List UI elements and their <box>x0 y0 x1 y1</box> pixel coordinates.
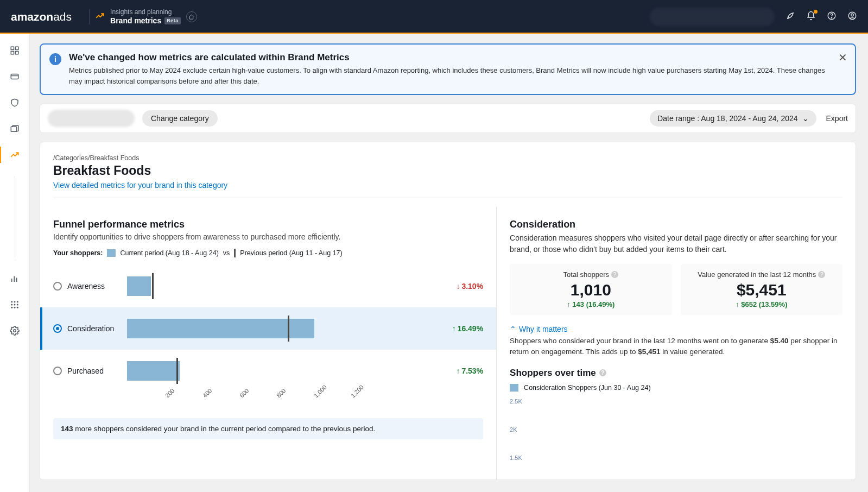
delta-consideration: ↑ 16.49% <box>452 324 483 333</box>
sot-legend: Consideration Shoppers (Jun 30 - Aug 24) <box>510 384 842 392</box>
trend-up-icon <box>95 11 105 23</box>
help-icon[interactable]: ? <box>611 271 618 278</box>
funnel-legend: Your shoppers: Current period (Aug 18 - … <box>53 249 483 257</box>
svg-point-18 <box>14 304 16 306</box>
svg-rect-8 <box>11 74 18 79</box>
date-range-button[interactable]: Date range : Aug 18, 2024 - Aug 24, 2024… <box>650 110 816 127</box>
bars-icon[interactable] <box>9 273 21 285</box>
gear-icon[interactable] <box>9 325 21 337</box>
consideration-panel: Consideration Consideration measures sho… <box>497 207 856 480</box>
toolbar: Change category Date range : Aug 18, 202… <box>40 104 856 133</box>
page-title: Breakfast Foods <box>53 163 842 178</box>
topbar: amazonads Insights and planning Brand me… <box>0 0 868 34</box>
search-input[interactable] <box>650 8 775 26</box>
svg-rect-6 <box>11 52 14 54</box>
export-link[interactable]: Export <box>826 114 848 123</box>
legend-label: Your shoppers: <box>53 249 103 257</box>
rocket-icon[interactable] <box>785 11 795 23</box>
arrow-up-icon: ↑ <box>736 300 741 308</box>
shoppers-over-time-chart: 2.5K 2K 1.5K <box>510 397 842 468</box>
legend-current: Current period (Aug 18 - Aug 24) <box>120 249 218 257</box>
svg-rect-10 <box>11 127 17 131</box>
change-category-button[interactable]: Change category <box>142 110 218 127</box>
home-icon[interactable] <box>186 11 197 22</box>
why-label: Why it matters <box>519 325 567 333</box>
bar-current <box>127 361 180 381</box>
card-icon[interactable] <box>9 71 21 83</box>
svg-point-15 <box>14 301 16 302</box>
delta-purchased: ↑ 7.53% <box>456 367 483 375</box>
kpi2-delta: ↑ $652 (13.59%) <box>686 300 837 308</box>
beta-badge: Beta <box>164 17 181 24</box>
layers-icon[interactable] <box>9 123 21 135</box>
ytick: 1.5K <box>510 455 522 461</box>
consideration-desc: Consideration measures shoppers who visi… <box>510 232 842 255</box>
radio-consideration[interactable] <box>53 324 62 333</box>
label-awareness: Awareness <box>67 282 127 291</box>
svg-point-22 <box>17 307 18 308</box>
kpi-row: Total shoppers? 1,010 ↑ 143 (16.49%) Val… <box>510 264 842 315</box>
apps-icon[interactable] <box>9 299 21 311</box>
kpi1-label: Total shoppers <box>563 270 610 279</box>
close-icon[interactable]: ✕ <box>838 51 847 64</box>
consideration-title: Consideration <box>510 219 842 230</box>
main: i ✕ We've changed how metrics are calcul… <box>30 34 868 492</box>
info-banner: i ✕ We've changed how metrics are calcul… <box>40 43 856 95</box>
shield-icon[interactable] <box>9 97 21 109</box>
radio-purchased[interactable] <box>53 367 62 375</box>
svg-point-17 <box>11 304 12 306</box>
bar-current <box>127 319 314 338</box>
funnel-row-awareness[interactable]: Awareness ↓ 3.10% <box>53 265 483 307</box>
summary-text: more shoppers considered your brand in t… <box>73 425 376 433</box>
banner-title: We've changed how metrics are calculated… <box>69 52 830 63</box>
arrow-up-icon: ↑ <box>456 367 460 375</box>
svg-rect-4 <box>11 47 14 49</box>
svg-point-21 <box>14 307 16 308</box>
why-text: Shoppers who considered your brand in th… <box>510 336 842 358</box>
funnel-summary: 143 more shoppers considered your brand … <box>53 418 483 439</box>
breadcrumb: Insights and planning Brand metrics Beta <box>110 8 181 25</box>
swatch-current <box>107 249 116 257</box>
brand-selector[interactable] <box>48 110 135 127</box>
svg-point-3 <box>851 14 854 16</box>
why-it-matters-toggle[interactable]: ⌃ Why it matters <box>510 325 842 333</box>
svg-rect-5 <box>16 47 18 49</box>
sidebar-rule <box>15 176 15 257</box>
profile-icon[interactable] <box>847 11 857 23</box>
logo-suffix: ads <box>53 10 72 23</box>
funnel-row-purchased[interactable]: Purchased ↑ 7.53% <box>53 350 483 392</box>
logo[interactable]: amazonads <box>11 10 72 23</box>
radio-awareness[interactable] <box>53 282 62 291</box>
funnel-subtitle: Identify opportunities to drive shoppers… <box>53 232 483 241</box>
logo-main: amazon <box>11 10 53 23</box>
help-icon[interactable] <box>827 11 837 23</box>
legend-previous: Previous period (Aug 11 - Aug 17) <box>240 249 342 257</box>
view-detailed-link[interactable]: View detailed metrics for your brand in … <box>53 181 227 190</box>
bell-icon[interactable] <box>806 11 816 23</box>
summary-number: 143 <box>61 425 73 433</box>
svg-point-20 <box>11 307 12 308</box>
kpi-total-shoppers: Total shoppers? 1,010 ↑ 143 (16.49%) <box>510 264 671 315</box>
svg-point-16 <box>17 301 18 302</box>
chevron-down-icon: ⌄ <box>802 114 809 123</box>
dashboard-icon[interactable] <box>9 45 21 56</box>
breadcrumb-top: Insights and planning <box>110 8 181 16</box>
ytick: 2K <box>510 426 517 433</box>
notification-dot <box>814 10 818 14</box>
label-purchased: Purchased <box>67 367 127 375</box>
trend-up-icon[interactable] <box>9 149 21 161</box>
sidebar <box>0 34 30 492</box>
help-icon[interactable]: ? <box>818 271 825 278</box>
svg-point-14 <box>11 301 12 302</box>
kpi1-delta: ↑ 143 (16.49%) <box>515 300 666 308</box>
label-consideration: Consideration <box>67 324 127 333</box>
breadcrumb-path: /Categories/Breakfast Foods <box>53 154 842 162</box>
funnel-row-consideration[interactable]: Consideration ↑ 16.49% <box>40 307 496 350</box>
bar-current <box>127 276 151 296</box>
kpi2-value: $5,451 <box>686 281 837 299</box>
help-icon[interactable]: ? <box>599 369 606 376</box>
divider <box>53 198 842 198</box>
date-range-label: Date range : Aug 18, 2024 - Aug 24, 2024 <box>657 114 797 123</box>
breadcrumb-page: Brand metrics <box>110 16 161 26</box>
funnel-panel: Funnel performance metrics Identify oppo… <box>40 207 497 480</box>
